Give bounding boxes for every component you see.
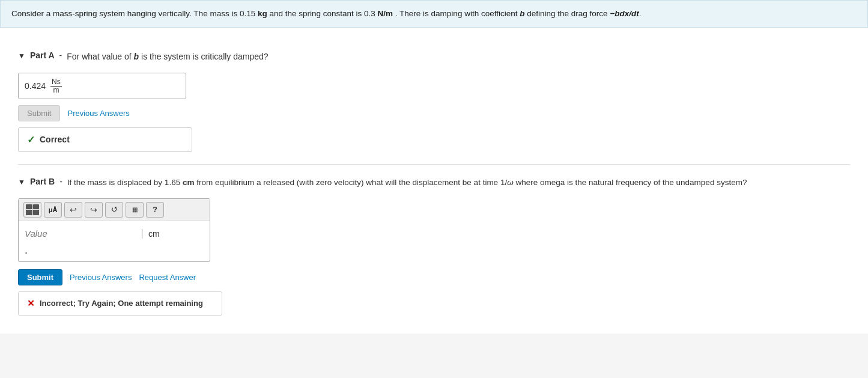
refresh-icon: ↺ (111, 205, 118, 214)
part-a-question: For what value of b is the system is cri… (67, 50, 268, 63)
part-b-unit: cm (142, 229, 160, 239)
part-a-answer-value: 0.424 (25, 81, 46, 91)
part-b-incorrect-box: ✕ Incorrect; Try Again; One attempt rema… (18, 291, 222, 316)
part-b-toolbar-grid-btn[interactable] (23, 202, 41, 218)
part-b-request-answer-link[interactable]: Request Answer (139, 273, 196, 282)
dot-indicator: · (25, 246, 28, 258)
banner-text: Consider a mass-spring system hanging ve… (11, 9, 641, 18)
part-b-input-dot-row: · (19, 246, 210, 261)
content-area: ▼ Part A - For what value of b is the sy… (0, 28, 868, 334)
part-a-unit-denominator: m (52, 87, 60, 94)
part-a-unit-fraction: Ns m (50, 78, 62, 94)
keyboard-icon: ▦ (132, 206, 138, 213)
problem-banner: Consider a mass-spring system hanging ve… (0, 0, 868, 28)
part-b-separator: - (59, 177, 62, 186)
part-b-value-input[interactable] (25, 228, 139, 239)
undo-icon: ↩ (70, 205, 77, 215)
part-b-toolbar-undo-btn[interactable]: ↩ (64, 202, 82, 218)
part-b-x-icon: ✕ (27, 298, 35, 309)
part-b-toolbar-refresh-btn[interactable]: ↺ (105, 202, 123, 218)
part-a-separator: - (59, 50, 62, 60)
part-b-toolbar-mu-btn[interactable]: μÅ (44, 202, 62, 218)
mu-icon: μÅ (49, 206, 58, 213)
redo-icon: ↪ (90, 205, 97, 215)
part-b-section: ▼ Part B - If the mass is displaced by 1… (18, 177, 850, 316)
part-a-check-icon: ✓ (27, 134, 35, 145)
part-a-header: ▼ Part A - For what value of b is the sy… (18, 50, 850, 63)
part-a-submit-button[interactable]: Submit (18, 105, 60, 121)
part-a-collapse-arrow[interactable]: ▼ (18, 52, 25, 60)
part-b-input-field[interactable]: cm (19, 221, 210, 246)
part-b-submit-button[interactable]: Submit (18, 269, 62, 285)
part-b-math-input-container: μÅ ↩ ↪ ↺ ▦ ? (18, 198, 210, 262)
part-b-incorrect-text: Incorrect; Try Again; One attempt remain… (40, 299, 203, 308)
part-a-label: Part A (30, 50, 55, 60)
part-b-submit-row: Submit Previous Answers Request Answer (18, 269, 850, 285)
part-a-submit-row: Submit Previous Answers (18, 105, 850, 121)
part-b-toolbar-help-btn[interactable]: ? (146, 202, 164, 218)
part-divider (18, 164, 850, 165)
part-b-collapse-arrow[interactable]: ▼ (18, 178, 25, 186)
grid-icon (26, 204, 39, 215)
part-b-header: ▼ Part B - If the mass is displaced by 1… (18, 177, 850, 189)
part-b-toolbar-redo-btn[interactable]: ↪ (85, 202, 103, 218)
question-icon: ? (153, 205, 157, 214)
part-a-unit-numerator: Ns (50, 78, 62, 87)
part-a-unit: Ns m (50, 77, 62, 94)
part-b-prev-answers-link[interactable]: Previous Answers (70, 273, 132, 282)
part-b-toolbar-keyboard-btn[interactable]: ▦ (126, 202, 144, 218)
part-a-section: ▼ Part A - For what value of b is the sy… (18, 50, 850, 151)
part-b-label: Part B (30, 177, 55, 186)
part-a-prev-answers-link[interactable]: Previous Answers (67, 109, 129, 118)
part-a-correct-box: ✓ Correct (18, 127, 192, 152)
part-a-answer-box: 0.424 Ns m (18, 73, 186, 99)
part-a-correct-text: Correct (40, 135, 70, 144)
part-b-math-toolbar: μÅ ↩ ↪ ↺ ▦ ? (19, 199, 210, 221)
part-b-question: If the mass is displaced by 1.65 cm from… (67, 177, 747, 189)
